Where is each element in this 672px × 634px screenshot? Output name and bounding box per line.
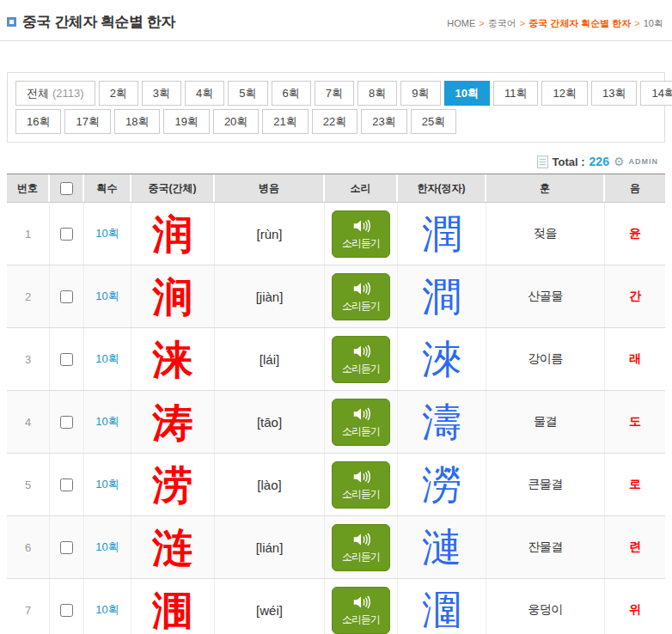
gear-icon[interactable]: ⚙ <box>614 155 625 168</box>
meaning: 젖을 <box>486 203 605 265</box>
row-checkbox[interactable] <box>60 353 73 366</box>
filter-button-19[interactable]: 19획 <box>163 109 209 134</box>
filter-button-13[interactable]: 13획 <box>591 81 637 106</box>
row-number: 6 <box>7 516 50 578</box>
meaning: 웅덩이 <box>486 579 605 634</box>
breadcrumb-separator: > <box>634 18 639 28</box>
filter-button-10-selected[interactable]: 10획 <box>444 81 490 106</box>
filter-button-7[interactable]: 7획 <box>315 81 354 106</box>
admin-link[interactable]: ADMIN <box>629 157 659 166</box>
pinyin: [lào] <box>215 454 325 515</box>
strokes-link[interactable]: 10획 <box>84 391 131 453</box>
filter-button-25[interactable]: 25획 <box>411 109 456 134</box>
listen-button-label: 소리듣기 <box>342 487 380 502</box>
traditional-char: 濤 <box>398 391 486 453</box>
speaker-icon <box>351 531 370 548</box>
row-checkbox-cell <box>50 454 84 515</box>
listen-button[interactable]: 소리듣기 <box>332 336 390 383</box>
reading: 로 <box>605 454 665 515</box>
pinyin: [lián] <box>215 516 325 578</box>
header-simplified: 중국(간체) <box>131 174 215 202</box>
sound-cell: 소리듣기 <box>325 516 398 578</box>
filter-button-16[interactable]: 16획 <box>15 109 61 134</box>
filter-all-button[interactable]: 전체(2113) <box>15 81 95 106</box>
meaning: 물결 <box>486 391 605 453</box>
breadcrumb-separator: > <box>479 18 484 28</box>
row-number: 7 <box>7 579 50 634</box>
row-checkbox[interactable] <box>60 604 73 617</box>
simplified-char: 涧 <box>131 265 215 327</box>
filter-button-17[interactable]: 17획 <box>64 109 110 134</box>
stroke-filter-box: 전체(2113) 2획 3획 4획 5획 6획 7획 8획 9획 10획 11획… <box>7 72 665 143</box>
table-row: 2 10획 涧 [jiàn] 소리듣기 澗 산골물 간 <box>7 265 665 328</box>
listen-button[interactable]: 소리듣기 <box>332 461 390 509</box>
breadcrumb-home[interactable]: HOME <box>447 18 475 28</box>
filter-button-9[interactable]: 9획 <box>400 81 440 106</box>
filter-button-2[interactable]: 2획 <box>99 81 138 106</box>
row-checkbox[interactable] <box>60 541 73 554</box>
listen-button-label: 소리듣기 <box>342 362 380 376</box>
filter-button-5[interactable]: 5획 <box>228 81 267 106</box>
header-checkbox-cell <box>50 174 84 202</box>
listen-button[interactable]: 소리듣기 <box>332 524 390 571</box>
table-row: 6 10획 涟 [lián] 소리듣기 漣 잔물결 련 <box>7 516 665 579</box>
reading: 련 <box>605 516 665 578</box>
simplified-char: 涞 <box>131 328 215 390</box>
strokes-link[interactable]: 10획 <box>84 328 131 390</box>
listen-button[interactable]: 소리듣기 <box>332 587 390 634</box>
header-traditional: 한자(정자) <box>398 174 486 202</box>
filter-button-6[interactable]: 6획 <box>272 81 311 106</box>
row-checkbox[interactable] <box>60 290 73 303</box>
breadcrumb-level1[interactable]: 중국어 <box>488 18 516 28</box>
strokes-link[interactable]: 10획 <box>84 454 131 515</box>
filter-button-11[interactable]: 11획 <box>493 81 539 106</box>
meaning: 큰물결 <box>486 454 605 515</box>
listen-button-label: 소리듣기 <box>342 299 380 314</box>
header-no: 번호 <box>7 174 50 202</box>
page-header: 중국 간체자 획순별 한자 HOME>중국어>중국 간체자 획순별 한자>10획 <box>0 0 672 41</box>
sound-cell: 소리듣기 <box>325 328 398 390</box>
row-checkbox-cell <box>50 328 84 390</box>
filter-button-23[interactable]: 23획 <box>361 109 406 134</box>
table-row: 7 10획 涠 [wéi] 소리듣기 潿 웅덩이 위 <box>7 579 665 634</box>
listen-button[interactable]: 소리듣기 <box>332 399 390 446</box>
traditional-char: 潿 <box>398 579 486 634</box>
sound-cell: 소리듣기 <box>325 391 398 453</box>
filter-row-1: 전체(2113) 2획 3획 4획 5획 6획 7획 8획 9획 10획 11획… <box>14 80 658 107</box>
row-checkbox[interactable] <box>60 416 73 429</box>
filter-button-21[interactable]: 21획 <box>262 109 308 134</box>
filter-button-14[interactable]: 14획 <box>640 81 672 106</box>
strokes-link[interactable]: 10획 <box>84 516 131 578</box>
pinyin: [rùn] <box>215 203 325 265</box>
listen-button[interactable]: 소리듣기 <box>332 210 390 258</box>
header-meaning: 훈 <box>486 174 605 202</box>
strokes-link[interactable]: 10획 <box>84 203 131 265</box>
table-row: 5 10획 涝 [lào] 소리듣기 澇 큰물결 로 <box>7 454 665 516</box>
filter-button-4[interactable]: 4획 <box>185 81 224 106</box>
listen-button[interactable]: 소리듣기 <box>332 273 390 320</box>
table-row: 4 10획 涛 [tāo] 소리듣기 濤 물결 도 <box>7 391 665 454</box>
page-title: 중국 간체자 획순별 한자 <box>22 12 175 32</box>
total-bar: Total : 226 ⚙ ADMIN <box>7 154 658 169</box>
filter-button-12[interactable]: 12획 <box>541 81 587 106</box>
filter-button-3[interactable]: 3획 <box>142 81 181 106</box>
filter-button-22[interactable]: 22획 <box>312 109 357 134</box>
row-checkbox-cell <box>50 265 84 327</box>
strokes-link[interactable]: 10획 <box>84 265 131 327</box>
header-pinyin: 병음 <box>215 174 325 202</box>
row-checkbox[interactable] <box>60 479 73 491</box>
breadcrumb-separator: > <box>520 18 525 28</box>
header-reading: 음 <box>605 174 665 202</box>
strokes-link[interactable]: 10획 <box>84 579 131 634</box>
filter-button-18[interactable]: 18획 <box>114 109 160 134</box>
select-all-checkbox[interactable] <box>60 182 73 195</box>
filter-button-8[interactable]: 8획 <box>357 81 397 106</box>
reading: 도 <box>605 391 665 453</box>
filter-all-label: 전체 <box>27 86 49 101</box>
row-checkbox-cell <box>50 203 84 265</box>
row-checkbox[interactable] <box>60 228 73 241</box>
header-strokes: 획수 <box>84 174 131 202</box>
breadcrumb-level2[interactable]: 중국 간체자 획순별 한자 <box>528 18 631 28</box>
sound-cell: 소리듣기 <box>325 579 398 634</box>
filter-button-20[interactable]: 20획 <box>213 109 259 134</box>
